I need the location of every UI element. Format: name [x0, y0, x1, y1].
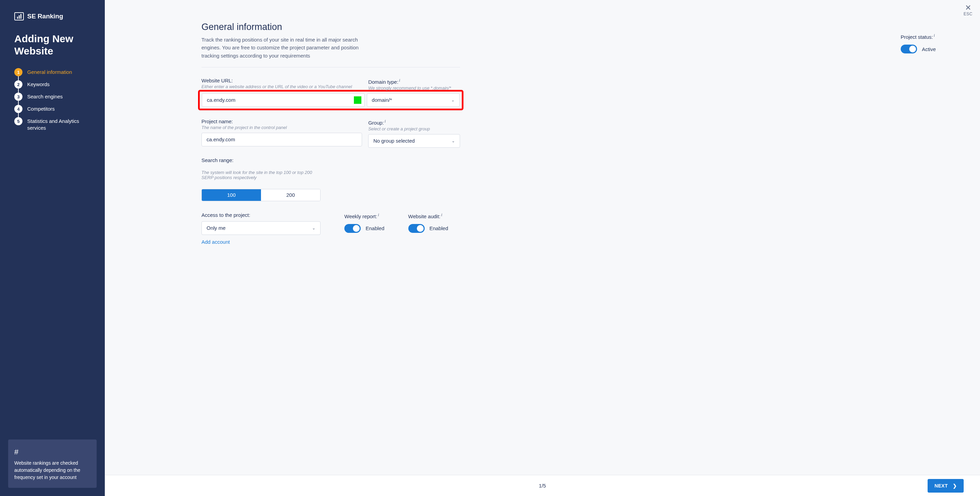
chevron-down-icon: ⌄ — [452, 139, 455, 144]
main-content: ✕ ESC Project status:i Active General in… — [105, 0, 980, 496]
status-toggle[interactable] — [901, 45, 917, 53]
project-name-label: Project name: — [202, 118, 362, 124]
next-button[interactable]: NEXT ❯ — [928, 479, 964, 493]
page-title: Adding New Website — [8, 33, 97, 57]
info-icon[interactable]: i — [934, 33, 935, 38]
chevron-right-icon: ❯ — [953, 483, 957, 488]
project-name-hint: The name of the project in the control p… — [202, 125, 362, 130]
access-select[interactable]: Only me ⌄ — [202, 221, 321, 235]
status-indicator-icon — [354, 96, 361, 104]
domain-type-hint: We strongly recommend to use *.domain/* — [368, 85, 460, 91]
brand-name: SE Ranking — [27, 13, 63, 20]
add-account-link[interactable]: Add account — [202, 239, 321, 245]
tip-box: # Website rankings are checked automatic… — [8, 440, 97, 488]
website-audit-label: Website audit:i — [408, 212, 449, 219]
step-number: 5 — [14, 117, 22, 125]
section-description: Track the ranking positions of your site… — [202, 36, 368, 60]
group-select[interactable]: No group selected ⌄ — [368, 134, 460, 148]
step-label: Statistics and Analytics services — [27, 117, 85, 131]
range-option-100[interactable]: 100 — [202, 189, 261, 201]
chevron-down-icon: ⌄ — [312, 226, 315, 230]
step-statistics[interactable]: 5 Statistics and Analytics services — [14, 117, 97, 135]
wizard-steps: 1 General information 2 Keywords 3 Searc… — [8, 68, 97, 135]
group-value: No group selected — [373, 138, 415, 144]
close-label: ESC — [964, 11, 972, 16]
step-competitors[interactable]: 4 Competitors — [14, 105, 97, 117]
group-hint: Select or create a project group — [368, 126, 460, 131]
close-button[interactable]: ✕ ESC — [964, 4, 972, 16]
step-number: 1 — [14, 68, 22, 76]
info-icon[interactable]: i — [385, 118, 386, 124]
step-label: Search engines — [27, 93, 63, 100]
url-hint: Either enter a website address or the UR… — [202, 84, 362, 89]
url-label: Website URL: — [202, 78, 362, 83]
brand-logo: SE Ranking — [8, 12, 97, 21]
search-range-hint: The system will look for the site in the… — [202, 170, 324, 180]
domain-type-label: Domain type:i — [368, 78, 460, 85]
chevron-down-icon: ⌄ — [451, 98, 455, 102]
step-keywords[interactable]: 2 Keywords — [14, 80, 97, 93]
next-label: NEXT — [934, 483, 948, 488]
access-value: Only me — [207, 225, 226, 231]
weekly-report-label: Weekly report:i — [344, 212, 385, 219]
step-search-engines[interactable]: 3 Search engines — [14, 93, 97, 105]
step-general-information[interactable]: 1 General information — [14, 68, 97, 80]
project-name-input[interactable] — [202, 133, 362, 147]
bar-chart-icon — [14, 12, 24, 21]
domain-type-select[interactable]: domain/* ⌄ — [367, 93, 460, 107]
wizard-footer: 1/5 NEXT ❯ — [105, 475, 980, 496]
website-url-input[interactable] — [202, 93, 365, 107]
sidebar: SE Ranking Adding New Website 1 General … — [0, 0, 105, 496]
status-label: Project status:i — [901, 33, 936, 40]
tip-text: Website rankings are checked automatical… — [14, 460, 80, 480]
website-audit-value: Enabled — [430, 225, 448, 231]
project-status: Project status:i Active — [901, 33, 936, 53]
info-icon[interactable]: i — [399, 78, 401, 83]
group-label: Group:i — [368, 118, 460, 126]
close-icon: ✕ — [964, 4, 972, 11]
weekly-report-toggle[interactable] — [344, 224, 361, 233]
divider — [202, 67, 460, 67]
range-option-200[interactable]: 200 — [261, 189, 320, 201]
hash-icon: # — [14, 446, 91, 458]
step-label: Keywords — [27, 80, 50, 88]
info-icon[interactable]: i — [441, 212, 442, 217]
step-label: General information — [27, 68, 72, 76]
status-value: Active — [922, 46, 936, 52]
step-number: 2 — [14, 80, 22, 89]
weekly-report-value: Enabled — [366, 225, 384, 231]
step-number: 4 — [14, 105, 22, 113]
info-icon[interactable]: i — [378, 212, 379, 217]
page-indicator: 1/5 — [539, 483, 546, 488]
website-audit-toggle[interactable] — [408, 224, 425, 233]
step-number: 3 — [14, 93, 22, 101]
step-label: Competitors — [27, 105, 55, 112]
search-range-label: Search range: — [202, 157, 460, 163]
domain-type-value: domain/* — [372, 97, 392, 103]
access-label: Access to the project: — [202, 212, 321, 218]
search-range-toggle: 100 200 — [202, 189, 321, 201]
section-title: General information — [202, 22, 460, 32]
